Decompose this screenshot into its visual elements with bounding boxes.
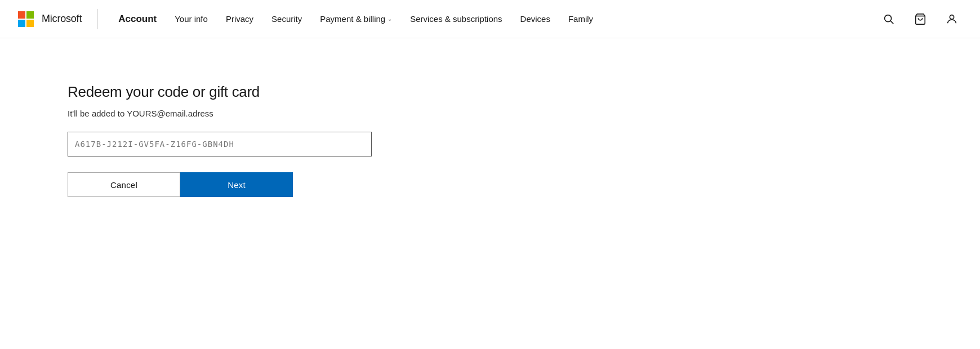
user-email: YOURS@email.adress <box>127 109 213 118</box>
code-input[interactable] <box>68 132 372 156</box>
user-icon <box>946 13 958 25</box>
svg-line-1 <box>890 21 893 24</box>
nav-item-privacy[interactable]: Privacy <box>217 0 262 38</box>
button-row: Cancel Next <box>68 172 912 197</box>
cancel-button[interactable]: Cancel <box>68 172 180 197</box>
cart-icon <box>914 13 926 25</box>
search-button[interactable] <box>879 9 899 29</box>
nav-item-security[interactable]: Security <box>262 0 311 38</box>
logo-blue-quad <box>18 20 25 27</box>
logo-area: Microsoft <box>18 11 82 27</box>
main-nav: Your info Privacy Security Payment & bil… <box>166 0 879 38</box>
site-header: Microsoft Account Your info Privacy Secu… <box>0 0 980 38</box>
nav-account[interactable]: Account <box>109 0 166 38</box>
nav-item-services-subscriptions[interactable]: Services & subscriptions <box>401 0 511 38</box>
nav-divider <box>97 9 98 29</box>
microsoft-wordmark: Microsoft <box>42 13 82 25</box>
nav-item-your-info[interactable]: Your info <box>166 0 217 38</box>
page-title: Redeem your code or gift card <box>68 83 912 101</box>
cart-button[interactable] <box>910 9 930 29</box>
subtitle-prefix: It'll be added to <box>68 109 127 118</box>
main-content: Redeem your code or gift card It'll be a… <box>0 38 980 242</box>
logo-red-quad <box>18 11 25 19</box>
nav-item-family[interactable]: Family <box>559 0 602 38</box>
nav-item-devices[interactable]: Devices <box>511 0 559 38</box>
search-icon <box>883 13 895 25</box>
user-button[interactable] <box>942 9 962 29</box>
next-button[interactable]: Next <box>180 172 293 197</box>
logo-green-quad <box>26 11 34 19</box>
subtitle: It'll be added to YOURS@email.adress <box>68 109 912 118</box>
nav-item-payment-billing[interactable]: Payment & billing ⌄ <box>311 0 401 38</box>
microsoft-logo <box>18 11 34 27</box>
logo-yellow-quad <box>26 20 34 27</box>
header-actions <box>879 9 962 29</box>
chevron-down-icon: ⌄ <box>387 16 392 22</box>
svg-point-0 <box>885 15 892 21</box>
svg-point-3 <box>950 15 954 19</box>
